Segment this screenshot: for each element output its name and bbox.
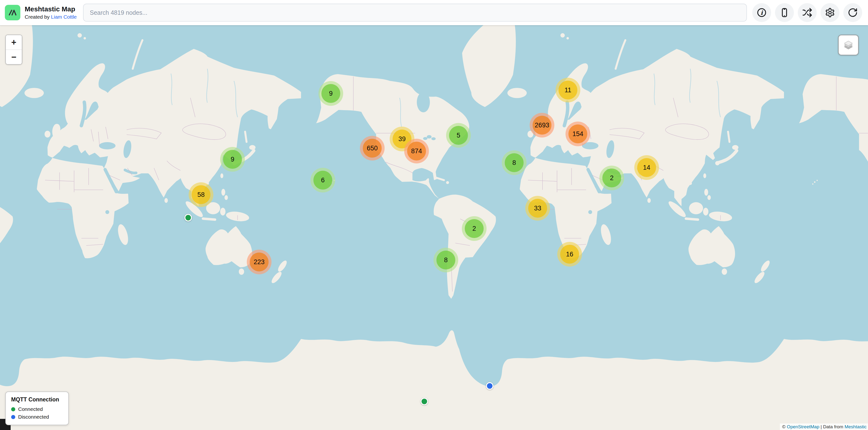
meshtastic-link[interactable]: Meshtastic <box>844 424 867 429</box>
map-attribution: © OpenStreetMap | Data from Meshtastic <box>780 424 868 430</box>
cluster-marker[interactable]: 9 <box>318 81 343 106</box>
smartphone-icon <box>779 7 789 18</box>
cluster-count: 9 <box>329 90 333 97</box>
cluster-count: 223 <box>254 258 265 266</box>
cluster-count: 8 <box>512 159 516 167</box>
app-header: Meshtastic Map Created by Liam Cottle i <box>0 0 868 25</box>
cluster-marker[interactable]: 874 <box>404 139 429 163</box>
node-marker-disconnected[interactable] <box>486 382 494 390</box>
cluster-count: 14 <box>643 164 650 171</box>
disconnected-dot-icon <box>11 415 15 419</box>
author-link[interactable]: Liam Cottle <box>51 14 77 20</box>
logo-mark <box>7 7 18 18</box>
page-title: Meshtastic Map <box>25 5 77 13</box>
attribution-separator: | Data from <box>819 424 844 429</box>
refresh-icon <box>848 7 858 18</box>
cluster-marker[interactable]: 14 <box>634 155 659 180</box>
cluster-count: 8 <box>444 256 447 264</box>
cluster-count: 11 <box>564 87 571 94</box>
cluster-count: 58 <box>197 191 205 199</box>
shuffle-icon <box>802 7 812 18</box>
cluster-marker[interactable]: 5 <box>446 123 471 148</box>
cluster-marker[interactable]: 6 <box>310 168 335 193</box>
mobile-app-button[interactable] <box>775 3 794 22</box>
cluster-marker[interactable]: 154 <box>565 122 590 146</box>
cluster-count: 154 <box>572 130 583 138</box>
info-icon: i <box>756 7 767 18</box>
cluster-count: 2 <box>610 174 614 182</box>
cluster-marker[interactable]: 8 <box>434 248 458 272</box>
cluster-marker[interactable]: 33 <box>525 196 550 221</box>
search-wrap <box>83 4 747 22</box>
legend-item-connected: Connected <box>11 406 63 412</box>
zoom-in-button[interactable]: + <box>6 35 22 49</box>
cluster-count: 5 <box>457 132 460 139</box>
zoom-out-button[interactable]: − <box>6 49 22 64</box>
gear-icon <box>825 7 835 18</box>
mqtt-legend: MQTT Connection Connected Disconnected <box>5 392 69 425</box>
header-buttons: i <box>752 3 862 22</box>
meshtastic-map-app: Meshtastic Map Created by Liam Cottle i <box>0 0 868 430</box>
cluster-marker[interactable]: 11 <box>556 78 580 102</box>
search-input[interactable] <box>83 4 747 22</box>
legend-item-disconnected: Disconnected <box>11 414 63 420</box>
cluster-count: 16 <box>566 251 573 258</box>
layers-icon <box>843 39 854 51</box>
cluster-marker[interactable]: 16 <box>557 242 582 267</box>
brand: Meshtastic Map Created by Liam Cottle <box>5 5 77 20</box>
refresh-button[interactable] <box>843 3 862 22</box>
random-node-button[interactable] <box>798 3 817 22</box>
cluster-count: 650 <box>367 144 378 152</box>
byline-prefix: Created by <box>25 14 51 20</box>
osm-link[interactable]: OpenStreetMap <box>787 424 819 429</box>
zoom-control: + − <box>5 35 22 65</box>
legend-item-label: Disconnected <box>18 414 49 420</box>
cluster-marker[interactable]: 223 <box>247 250 272 274</box>
meshtastic-logo-icon <box>5 5 20 20</box>
markers-layer: 995822366503987452811269315483321416 <box>0 25 868 430</box>
layers-control[interactable] <box>838 35 859 56</box>
cluster-marker[interactable]: 9 <box>220 147 245 172</box>
legend-title: MQTT Connection <box>11 396 63 403</box>
node-marker-connected[interactable] <box>185 214 192 222</box>
legend-item-label: Connected <box>18 406 43 412</box>
byline: Created by Liam Cottle <box>25 14 77 20</box>
cluster-marker[interactable]: 8 <box>502 151 527 175</box>
cluster-marker[interactable]: 650 <box>360 136 384 161</box>
cluster-marker[interactable]: 2693 <box>530 113 554 137</box>
cluster-count: 2 <box>472 225 476 232</box>
cluster-count: 33 <box>534 205 541 212</box>
map[interactable]: 995822366503987452811269315483321416 + −… <box>0 25 868 430</box>
cluster-marker[interactable]: 58 <box>189 182 213 207</box>
cluster-count: 874 <box>411 147 422 155</box>
cluster-count: 6 <box>321 176 324 184</box>
cluster-count: 9 <box>230 156 234 163</box>
node-marker-connected[interactable] <box>421 398 428 405</box>
brand-text: Meshtastic Map Created by Liam Cottle <box>25 5 77 20</box>
connected-dot-icon <box>11 407 15 411</box>
settings-button[interactable] <box>820 3 839 22</box>
cluster-marker[interactable]: 2 <box>462 216 487 241</box>
cluster-count: 39 <box>398 135 406 143</box>
info-button[interactable]: i <box>752 3 771 22</box>
cluster-marker[interactable]: 2 <box>599 166 624 190</box>
svg-text:i: i <box>761 9 764 16</box>
cluster-count: 2693 <box>535 122 549 129</box>
copyright-symbol: © <box>782 424 786 429</box>
